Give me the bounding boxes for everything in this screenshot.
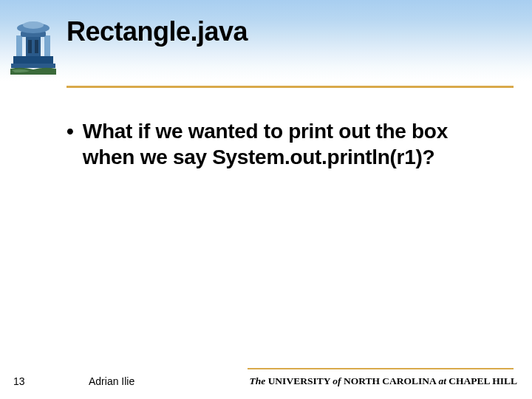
bullet-item: • What if we wanted to print out the box…: [66, 118, 502, 170]
title-underline: [66, 86, 514, 88]
svg-rect-8: [35, 40, 38, 53]
university-attribution: The UNIVERSITY of NORTH CAROLINA at CHAP…: [250, 375, 518, 387]
slide-title: Rectangle.java: [66, 16, 248, 47]
page-number: 13: [13, 375, 25, 387]
footer-underline: [248, 368, 514, 369]
svg-rect-9: [11, 64, 55, 68]
bullet-marker: •: [66, 120, 74, 143]
svg-rect-7: [28, 40, 32, 53]
bullet-text: What if we wanted to print out the box w…: [83, 118, 502, 170]
content-area: • What if we wanted to print out the box…: [66, 118, 502, 170]
unc-logo: [7, 21, 59, 76]
svg-rect-1: [16, 35, 22, 56]
svg-rect-2: [44, 35, 50, 56]
svg-point-5: [23, 21, 44, 29]
footer: 13 Adrian Ilie The UNIVERSITY of NORTH C…: [0, 366, 532, 389]
svg-rect-0: [13, 56, 53, 64]
author-name: Adrian Ilie: [89, 375, 134, 387]
